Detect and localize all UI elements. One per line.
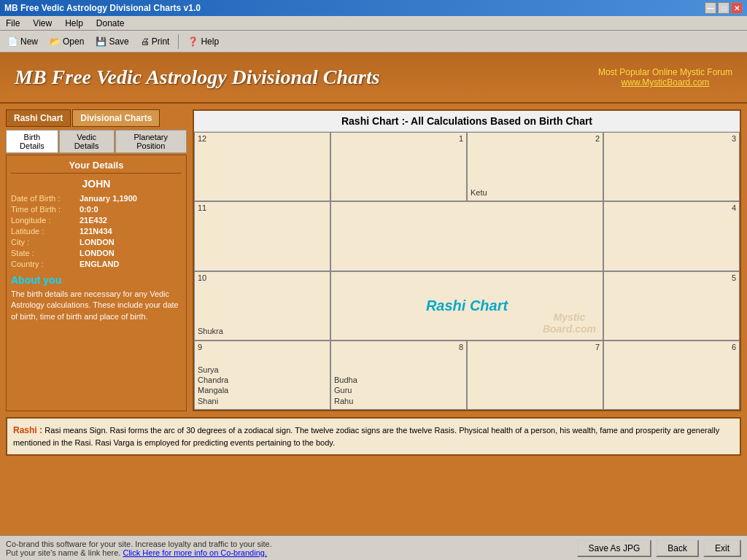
tab-divisional-charts[interactable]: Divisional Charts [72, 109, 160, 127]
cell-7: 7 [467, 341, 603, 410]
menu-view[interactable]: View [30, 17, 55, 30]
menu-donate[interactable]: Donate [93, 17, 128, 30]
tab-rashi-chart[interactable]: Rashi Chart [6, 109, 71, 127]
cell-11: 11 [194, 201, 330, 271]
back-button[interactable]: Back [656, 540, 699, 557]
cell-3: 3 [603, 132, 740, 201]
chart-title: Rashi Chart :- All Calculations Based on… [194, 111, 740, 132]
city-label: City : [11, 238, 77, 246]
title-bar: MB Free Vedic Astrology Divisional Chart… [0, 0, 747, 16]
tob-value: 0:0:0 [80, 205, 98, 214]
details-title: Your Details [11, 160, 182, 174]
exit-button[interactable]: Exit [703, 540, 741, 557]
country-label: Country : [11, 260, 77, 268]
help-icon: ❓ [187, 36, 198, 47]
save-icon: 💾 [96, 36, 107, 47]
tob-label: Time of Birth : [11, 205, 77, 214]
open-button[interactable]: 📂 Open [45, 35, 88, 48]
details-box: Your Details JOHN Date of Birth : Januar… [6, 155, 187, 411]
cell-center-main: Rashi Chart Mystic Board.com [330, 271, 603, 341]
state-label: State : [11, 249, 77, 257]
status-left: Co-brand this software for your site. In… [6, 540, 272, 557]
state-row: State : LONDON [11, 249, 182, 257]
new-icon: 📄 [7, 36, 18, 47]
lon-row: Longitude : 21E432 [11, 216, 182, 225]
dob-value: January 1,1900 [80, 194, 137, 203]
lat-row: Latitude : 121N434 [11, 227, 182, 236]
maximize-button[interactable]: □ [718, 2, 729, 14]
about-text: The birth details are necessary for any … [11, 289, 182, 322]
chart-row-1: 12 1 2 Ketu 3 [194, 132, 740, 201]
left-panel: Rashi Chart Divisional Charts Birth Deta… [6, 109, 187, 411]
header-banner: MB Free Vedic Astrology Divisional Chart… [0, 52, 747, 104]
website-link[interactable]: www.MysticBoard.com [622, 77, 710, 88]
save-button[interactable]: 💾 Save [91, 35, 133, 48]
menu-help[interactable]: Help [62, 17, 86, 30]
new-button[interactable]: 📄 New [3, 35, 42, 48]
window-controls: — □ ✕ [705, 2, 743, 14]
cobrand-link[interactable]: Click Here for more info on Co-branding. [123, 548, 266, 557]
country-row: Country : ENGLAND [11, 260, 182, 268]
cell-4: 4 [603, 201, 740, 271]
status-buttons: Save As JPG Back Exit [577, 540, 741, 557]
menu-bar: File View Help Donate [0, 16, 747, 31]
dob-label: Date of Birth : [11, 194, 77, 203]
subtab-birth-details[interactable]: Birth Details [6, 130, 58, 153]
desc-text: Rasi means Sign. Rasi forms the arc of 3… [13, 426, 719, 447]
print-button[interactable]: 🖨 Print [136, 35, 174, 48]
lon-label: Longitude : [11, 216, 77, 225]
minimize-button[interactable]: — [705, 2, 716, 14]
city-row: City : LONDON [11, 238, 182, 246]
chart-row-3: 10 Shukra Rashi Chart Mystic Board.com 5 [194, 271, 740, 341]
cell-8: 8 BudhaGuruRahu [330, 341, 467, 410]
cell-1: 1 [330, 132, 467, 201]
toolbar: 📄 New 📂 Open 💾 Save 🖨 Print ❓ Help [0, 31, 747, 52]
cell-12: 12 [194, 132, 330, 201]
chart-grid: 12 1 2 Ketu 3 11 [194, 132, 740, 410]
window-title: MB Free Vedic Astrology Divisional Chart… [4, 3, 201, 13]
state-value: LONDON [80, 249, 115, 257]
user-name: JOHN [11, 178, 182, 190]
subtab-planetary-position[interactable]: Planetary Position [115, 130, 187, 153]
lon-value: 21E432 [80, 216, 107, 225]
tob-row: Time of Birth : 0:0:0 [11, 205, 182, 214]
print-icon: 🖨 [141, 36, 150, 47]
cell-2: 2 Ketu [467, 132, 603, 201]
open-icon: 📂 [50, 36, 61, 47]
header-tagline: Most Popular Online Mystic Forum www.Mys… [598, 67, 732, 88]
chart-row-2: 11 4 [194, 201, 740, 271]
app-title: MB Free Vedic Astrology Divisional Chart… [15, 66, 380, 89]
save-jpg-button[interactable]: Save As JPG [577, 540, 652, 557]
city-value: LONDON [80, 238, 115, 246]
cell-9: 9 SuryaChandraMangalaShani [194, 341, 330, 410]
chart-center-label: Rashi Chart [426, 298, 508, 314]
subtab-vedic-details[interactable]: Vedic Details [59, 130, 115, 153]
about-title: About you [11, 274, 182, 286]
cell-5: 5 [603, 271, 740, 341]
status-bar: Co-brand this software for your site. In… [0, 535, 747, 560]
cell-6: 6 [603, 341, 740, 410]
lat-label: Latitude : [11, 227, 77, 236]
watermark: Mystic Board.com [543, 311, 596, 335]
description-box: Rashi : Rasi means Sign. Rasi forms the … [6, 417, 741, 456]
help-button[interactable]: ❓ Help [183, 35, 223, 48]
desc-label: Rashi : [13, 425, 42, 435]
main-tabs: Rashi Chart Divisional Charts [6, 109, 187, 127]
cell-10: 10 Shukra [194, 271, 330, 341]
sub-tabs: Birth Details Vedic Details Planetary Po… [6, 130, 187, 153]
country-value: ENGLAND [80, 260, 119, 268]
cell-center-top [330, 201, 603, 271]
chart-row-4: 9 SuryaChandraMangalaShani 8 BudhaGuruRa… [194, 341, 740, 410]
separator [178, 34, 179, 49]
menu-file[interactable]: File [3, 17, 23, 30]
lat-value: 121N434 [80, 227, 112, 236]
close-button[interactable]: ✕ [731, 2, 743, 14]
chart-panel: Rashi Chart :- All Calculations Based on… [193, 109, 741, 411]
dob-row: Date of Birth : January 1,1900 [11, 194, 182, 203]
